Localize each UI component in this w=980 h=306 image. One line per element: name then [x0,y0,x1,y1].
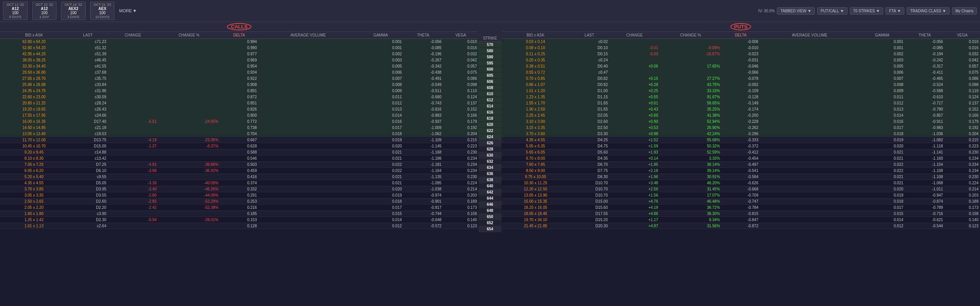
call-change-pct: -44.09% [158,192,220,198]
call-gamma: 0.019 [358,192,403,198]
call-change [108,174,158,180]
call-theta: -0.549 [403,82,443,88]
put-gamma: 0.019 [859,137,905,143]
strike-row: 616 [478,109,502,115]
calls-row: 24.35 x 24.75 c31.96 0.891 0.009 -0.511 … [0,88,478,94]
put-change [609,39,660,45]
put-last: D15.00 [569,198,609,205]
call-change-pct: -29.01% [158,217,220,223]
call-delta: 0.800 [220,112,258,119]
put-last: c0.47 [569,69,609,76]
call-last: c9.55 [68,174,108,180]
call-avg-vol [258,82,358,88]
call-last: c14.88 [68,149,108,155]
more-label: MORE [119,8,132,13]
my-chains-button[interactable]: My Chains [952,7,977,15]
fta-button[interactable]: FTA ▼ [886,7,904,15]
call-vega: 0.010 [443,39,478,45]
calls-row: 38.05 x 39.25 c46.45 0.969 0.003 -0.267 … [0,57,478,63]
put-gamma: 0.001 [859,39,905,45]
put-change-pct: 52.94% [660,119,722,125]
call-vega: 0.230 [443,174,478,180]
strikes-button[interactable]: 70 STRIKES ▼ [850,7,884,15]
put-last: D7.75 [569,168,609,174]
strike-value: 608 [478,84,502,91]
put-vega: 0.010 [945,39,980,45]
put-vega: 0.189 [945,198,980,205]
strike-row: 636 [478,170,502,177]
put-avg-vol [760,125,860,131]
put-theta: -1.108 [905,168,944,174]
put-avg-vol [760,155,860,162]
call-avg-vol [258,88,358,94]
put-gamma: 0.018 [859,131,905,137]
strike-row: 610 [478,91,502,97]
put-vega: 0.032 [945,51,980,57]
calls-row: 3.05 x 3.35 D3.55 -2.80 -44.09% 0.291 0.… [0,192,478,198]
trading-class-button[interactable]: TRADING CLASS ▼ [907,7,949,15]
put-theta: -0.789 [905,205,944,211]
call-delta: 0.291 [220,192,258,198]
put-change-pct [660,39,722,45]
put-theta: -0.874 [905,198,944,205]
puts-col-change: CHANGE [609,32,660,39]
call-delta: 0.546 [220,155,258,162]
put-delta: -0.847 [722,217,760,223]
put-change-pct: 52.59% [660,149,722,155]
call-avg-vol [258,217,358,223]
date-cell-2[interactable]: OCT 12 '22 A12 100 1 DAY [32,2,57,20]
call-change-pct: -36.92% [158,168,220,174]
call-delta: 0.872 [220,94,258,100]
call-avg-vol [258,205,358,211]
date-cell-4[interactable]: OCT 21 '22 AEX 100 10 DAYS [90,2,115,20]
put-change-pct: 17.65% [660,63,722,69]
call-gamma: 0.008 [358,82,403,88]
put-call-button[interactable]: PUT/CALL ▼ [817,7,848,15]
call-delta: 0.332 [220,186,258,192]
call-theta: -0.056 [403,39,443,45]
call-gamma: 0.012 [358,223,403,229]
tabbed-view-button[interactable]: TABBED VIEW ▼ [777,7,815,15]
put-last: D1.65 [569,106,609,112]
puts-row: 5.65 x 6.05 D5.60 +1.93 52.59% -0.412 0.… [502,149,980,155]
calls-row: 10.45 x 10.70 D15.00 -1.37 -8.37% 0.628 … [0,143,478,149]
put-theta: -1.036 [905,131,944,137]
put-avg-vol [760,217,860,223]
put-theta: -0.317 [905,63,944,69]
put-vega: 0.204 [945,131,980,137]
call-theta: -0.438 [403,69,443,76]
more-button[interactable]: MORE ▼ [119,8,137,13]
calls-row: 8.10 x 8.30 c13.42 0.546 0.021 -1.186 0.… [0,155,478,162]
strike-value: 570 [478,41,502,48]
put-theta: -1.108 [905,174,944,180]
call-theta: -0.817 [403,205,443,211]
call-change: -2.85 [108,198,158,205]
call-change-pct [158,63,220,69]
put-bid-ask: 0.03 x 0.14 [502,39,569,45]
calls-col-theta: THETA [403,32,443,39]
call-last: c24.66 [68,112,108,119]
call-theta: -1.095 [403,180,443,186]
date-cell-3[interactable]: OCT 14 '22 AEX2 100 3 DAYS [61,2,86,20]
call-avg-vol [258,69,358,76]
call-delta: 0.374 [220,180,258,186]
call-vega: 0.075 [443,69,478,76]
put-theta: -1.011 [905,186,944,192]
put-gamma: 0.021 [859,174,905,180]
call-bid-ask: 33.30 x 34.40 [0,63,68,69]
put-avg-vol [760,119,860,125]
date-cell-1[interactable]: OCT 11 '22 A12 100 0 DAYS [3,2,28,20]
put-gamma: 0.003 [859,57,905,63]
put-bid-ask: 4.35 x 4.55 [502,137,569,143]
put-change-pct: 38.14% [660,162,722,168]
call-change: -0.94 [108,217,158,223]
call-theta: -0.743 [403,100,443,106]
call-gamma: 0.009 [358,88,403,94]
call-bid-ask: 20.85 x 21.25 [0,100,68,106]
call-vega: 0.166 [443,112,478,119]
call-delta: 0.954 [220,63,258,69]
put-change-pct: 58.65% [660,100,722,106]
put-change: -0.01 [609,45,660,51]
call-theta: -0.883 [403,112,443,119]
strike-row: 640 [478,183,502,189]
